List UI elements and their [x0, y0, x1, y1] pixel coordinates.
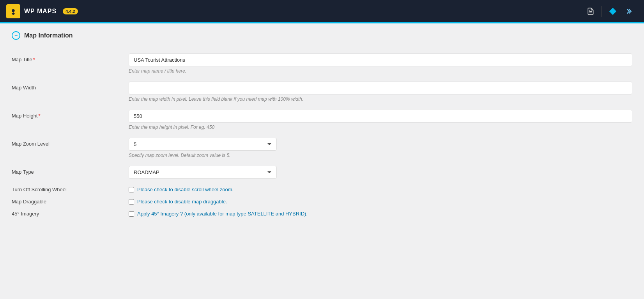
version-badge: 4.4.2	[63, 8, 78, 14]
map-height-label: Map Height*	[12, 110, 121, 119]
map-title-row: Map Title* Enter map name / title here.	[12, 53, 632, 74]
scroll-wheel-row: Turn Off Scrolling Wheel Please check to…	[12, 187, 632, 192]
map-draggable-row: Map Draggable Please check to disable ma…	[12, 199, 632, 205]
map-height-row: Map Height* Enter the map height in pixe…	[12, 110, 632, 130]
map-draggable-field: Please check to disable map draggable.	[129, 199, 227, 205]
map-draggable-label: Map Draggable	[12, 199, 121, 205]
map-zoom-row: Map Zoom Level 1 2 3 4 5 6 7 8 9 10 11 1…	[12, 138, 632, 158]
app-header: WP MAPS 4.4.2	[0, 0, 644, 23]
section-toggle-button[interactable]: −	[12, 31, 20, 40]
imagery-checkbox[interactable]	[129, 211, 134, 217]
imagery-label: 45° Imagery	[12, 211, 121, 217]
map-zoom-label: Map Zoom Level	[12, 138, 121, 147]
doc-icon[interactable]	[584, 5, 597, 18]
logo-icon	[6, 4, 20, 18]
map-title-field: Enter map name / title here.	[129, 53, 632, 74]
logo-text: WP MAPS	[24, 8, 57, 15]
svg-point-1	[12, 9, 14, 12]
scroll-wheel-text: Please check to disable scroll wheel zoo…	[137, 187, 234, 192]
main-content: − Map Information Map Title* Enter map n…	[0, 23, 644, 231]
map-type-row: Map Type ROADMAP SATELLITE HYBRID TERRAI…	[12, 166, 632, 179]
map-height-field: Enter the map height in pixel. For eg. 4…	[129, 110, 632, 130]
map-type-select[interactable]: ROADMAP SATELLITE HYBRID TERRAIN	[129, 166, 277, 179]
map-zoom-hint: Specify map zoom level. Default zoom val…	[129, 153, 632, 158]
logo-area: WP MAPS 4.4.2	[6, 4, 78, 18]
diamond-icon[interactable]	[607, 5, 619, 18]
map-draggable-text: Please check to disable map draggable.	[137, 199, 227, 205]
imagery-text: Apply 45° Imagery ? (only available for …	[137, 211, 308, 217]
map-title-hint: Enter map name / title here.	[129, 68, 632, 74]
section-title: Map Information	[24, 32, 73, 39]
map-width-input[interactable]	[129, 82, 632, 94]
map-width-label: Map Width	[12, 82, 121, 91]
map-zoom-select[interactable]: 1 2 3 4 5 6 7 8 9 10 11 12 13 14 15 16 1…	[129, 138, 277, 151]
scroll-wheel-label: Turn Off Scrolling Wheel	[12, 187, 121, 192]
imagery-row: 45° Imagery Apply 45° Imagery ? (only av…	[12, 211, 632, 217]
section-header: − Map Information	[12, 31, 632, 44]
imagery-field: Apply 45° Imagery ? (only available for …	[129, 211, 308, 217]
map-type-label: Map Type	[12, 166, 121, 175]
map-title-label: Map Title*	[12, 53, 121, 62]
required-indicator: *	[33, 57, 35, 62]
map-width-row: Map Width Enter the map width in pixel. …	[12, 82, 632, 102]
required-indicator-height: *	[38, 113, 40, 119]
map-width-field: Enter the map width in pixel. Leave this…	[129, 82, 632, 102]
scroll-wheel-checkbox[interactable]	[129, 187, 134, 192]
map-draggable-checkbox[interactable]	[129, 199, 134, 205]
map-title-input[interactable]	[129, 53, 632, 66]
map-height-input[interactable]	[129, 110, 632, 123]
map-width-hint: Enter the map width in pixel. Leave this…	[129, 96, 632, 102]
map-zoom-field: 1 2 3 4 5 6 7 8 9 10 11 12 13 14 15 16 1…	[129, 138, 632, 158]
arrow-forward-icon[interactable]	[624, 5, 636, 18]
map-height-hint: Enter the map height in pixel. For eg. 4…	[129, 125, 632, 130]
svg-marker-4	[609, 7, 616, 14]
header-actions	[584, 5, 636, 18]
map-type-field: ROADMAP SATELLITE HYBRID TERRAIN	[129, 166, 632, 179]
header-divider	[602, 6, 602, 17]
scroll-wheel-field: Please check to disable scroll wheel zoo…	[129, 187, 234, 192]
